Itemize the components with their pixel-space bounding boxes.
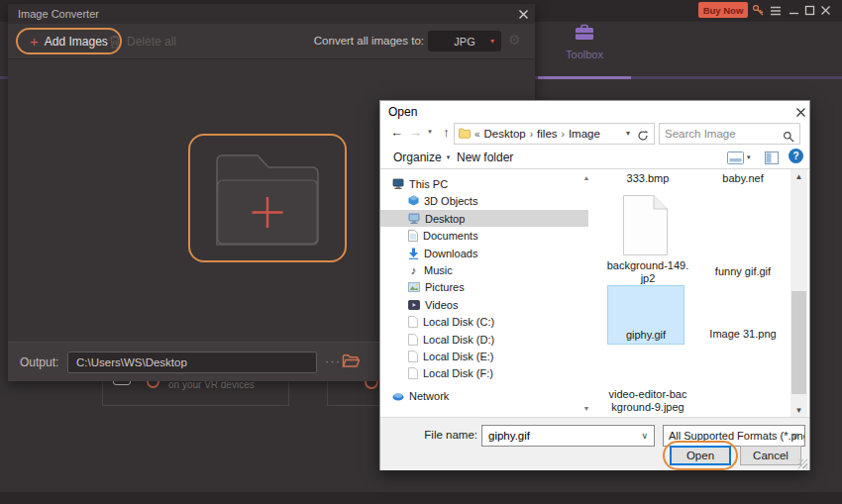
picture-icon [408, 282, 420, 292]
video-icon [408, 300, 420, 310]
delete-all-label: Delete all [127, 35, 176, 49]
breadcrumb-image[interactable]: Image [569, 128, 600, 140]
dialog-close-icon[interactable] [793, 105, 808, 120]
disk-icon [408, 351, 418, 362]
disk-icon [408, 316, 418, 328]
browse-output-button[interactable]: ··· [325, 353, 341, 368]
sidebar-item-network[interactable]: Network [380, 387, 588, 404]
file-item-image-31-png[interactable]: Image 31.png [699, 328, 787, 341]
new-folder-label: New folder [457, 151, 513, 164]
breadcrumb-files[interactable]: files [537, 128, 557, 140]
file-item-funny-gif[interactable]: funny gif.gif [699, 265, 787, 278]
sidebar-item-documents[interactable]: Documents [380, 227, 588, 244]
resize-grip[interactable] [798, 459, 807, 468]
desktop-icon [408, 213, 420, 224]
maximize-icon[interactable] [803, 4, 816, 17]
network-icon [392, 390, 404, 401]
login-key-icon[interactable] [752, 4, 765, 17]
folder-plus-icon [190, 136, 345, 260]
refresh-icon[interactable] [637, 128, 649, 146]
cube-icon [408, 195, 419, 206]
active-tab-indicator [538, 76, 631, 79]
sidebar-scroll-down[interactable]: ▼ [581, 403, 591, 413]
file-thumbnail-jp2[interactable] [623, 195, 668, 259]
sidebar-item-desktop[interactable]: Desktop [380, 210, 588, 227]
main-window-bottom-edge [0, 492, 842, 504]
address-dropdown-arrow[interactable]: ▾ [626, 129, 630, 138]
sidebar-scroll-up[interactable]: ▲ [581, 172, 591, 182]
file-name-combo[interactable]: ∨ [481, 425, 655, 447]
tab-toolbox[interactable]: Toolbox [555, 24, 614, 75]
sidebar-item-this-pc[interactable]: This PC [380, 175, 588, 192]
sidebar-item-pictures[interactable]: Pictures [380, 278, 588, 295]
help-button[interactable]: ? [789, 149, 803, 163]
file-item-video-editor-jpeg[interactable]: video-editor-bac kground-9.jpeg [604, 388, 691, 414]
add-images-button[interactable]: + Add Images [16, 28, 122, 54]
file-list: 333.bmp baby.nef background-149. jp2 fun… [595, 169, 789, 417]
sidebar-item-downloads[interactable]: Downloads [380, 245, 588, 261]
plus-icon: + [30, 34, 39, 49]
file-name-dropdown-arrow[interactable]: ∨ [641, 431, 648, 441]
document-icon [408, 230, 418, 242]
forward-button[interactable]: → [407, 124, 424, 140]
search-icon[interactable] [783, 129, 794, 147]
scrollbar-up-arrow[interactable]: ▲ [790, 169, 807, 183]
back-button[interactable]: ← [388, 124, 405, 140]
minimize-icon[interactable] [788, 4, 800, 17]
dialog-footer: File name: ∨ All Supported Formats (*.pn… [380, 417, 809, 470]
format-dropdown[interactable]: JPG ▾ [428, 31, 501, 51]
this-pc-icon [392, 178, 404, 189]
file-item-giphy-label: giphy.gif [602, 329, 689, 342]
file-list-scrollbar[interactable]: ▲ ▼ [790, 169, 807, 417]
file-type-value: All Supported Formats (*.png;*. [664, 430, 805, 442]
sidebar-item-3d-objects[interactable]: 3D Objects [380, 192, 588, 209]
format-dropdown-arrow: ▾ [490, 37, 494, 46]
converter-title: Image Converter [18, 8, 99, 20]
sidebar-item-local-disk-d[interactable]: Local Disk (D:) [380, 331, 588, 348]
sidebar-item-local-disk-f[interactable]: Local Disk (F:) [380, 364, 588, 381]
scrollbar-thumb[interactable] [791, 291, 806, 394]
file-item-giphy-gif-selected[interactable]: giphy.gif [607, 285, 684, 345]
organize-label: Organize [393, 151, 442, 164]
sidebar-item-videos[interactable]: Videos [380, 296, 588, 313]
search-input[interactable] [660, 124, 777, 144]
file-name-input[interactable] [482, 426, 631, 446]
main-close-icon[interactable] [819, 4, 832, 17]
add-images-drop-area[interactable] [188, 134, 347, 262]
recent-locations-arrow[interactable]: ▾ [424, 124, 436, 140]
delete-all-button[interactable]: Delete all [109, 32, 176, 51]
menu-icon[interactable] [769, 4, 782, 17]
tab-toolbox-label: Toolbox [566, 49, 603, 60]
dialog-content: This PC 3D Objects Desktop Documents Dow… [380, 169, 809, 417]
buy-now-button[interactable]: Buy Now [698, 2, 748, 18]
preview-pane-icon[interactable] [765, 151, 779, 168]
cancel-button[interactable]: Cancel [740, 446, 801, 465]
search-box[interactable] [659, 123, 800, 145]
sidebar-item-local-disk-e[interactable]: Local Disk (E:) [380, 348, 588, 364]
breadcrumb-desktop[interactable]: Desktop [484, 128, 526, 140]
open-button[interactable]: Open [670, 446, 731, 465]
open-output-folder-icon[interactable] [342, 353, 360, 372]
converter-close-icon[interactable] [516, 7, 531, 22]
output-path-input[interactable] [67, 352, 317, 373]
buy-now-label: Buy Now [703, 5, 744, 16]
disk-icon [408, 367, 418, 379]
up-button[interactable]: ↑ [438, 124, 455, 140]
format-value: JPG [454, 36, 474, 48]
sidebar-item-local-disk-c[interactable]: Local Disk (C:) [380, 313, 588, 330]
file-item-baby-nef[interactable]: baby.nef [699, 172, 787, 185]
file-type-combo[interactable]: All Supported Formats (*.png;*. ∨ [663, 425, 805, 447]
sidebar-item-music[interactable]: ♪ Music [380, 261, 588, 278]
gear-icon[interactable]: ⚙ [508, 33, 521, 47]
new-folder-button[interactable]: New folder [457, 151, 513, 164]
converter-toolbar: + Add Images Delete all Convert all imag… [8, 24, 535, 59]
change-view-icon[interactable] [727, 151, 744, 168]
address-bar[interactable]: « Desktop › files › Image ▾ [454, 123, 655, 145]
file-name-label: File name: [420, 429, 477, 441]
convert-all-label: Convert all images to: [314, 35, 424, 47]
file-item-background-jp2[interactable]: background-149. jp2 [604, 259, 691, 285]
change-view-arrow[interactable]: ▾ [747, 153, 751, 161]
file-item-333-bmp[interactable]: 333.bmp [604, 172, 691, 185]
organize-menu[interactable]: Organize ▾ [393, 151, 450, 164]
scrollbar-down-arrow[interactable]: ▼ [790, 403, 807, 417]
